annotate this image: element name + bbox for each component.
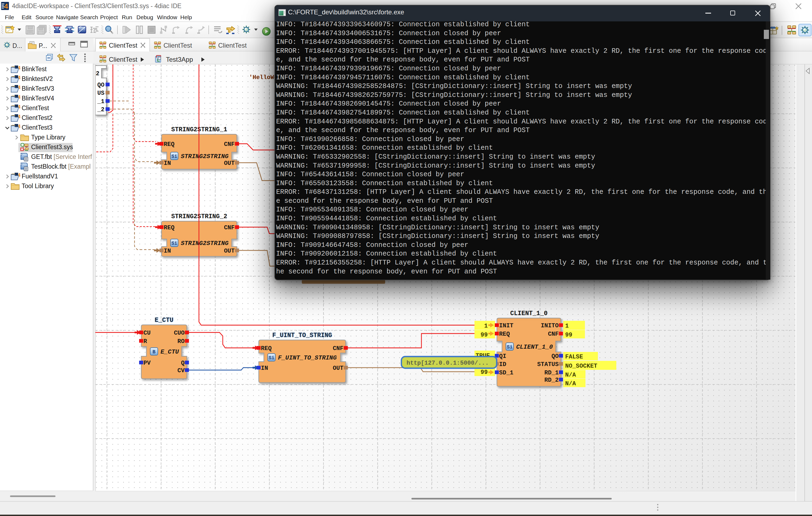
svg-text:R: R [143, 338, 147, 345]
svg-text:Q: Q [181, 360, 184, 367]
svg-text:OUT: OUT [332, 365, 344, 372]
svg-text:CLIENT_1_0: CLIENT_1_0 [516, 344, 553, 351]
svg-text:F_UINT_TO_STRING: F_UINT_TO_STRING [272, 332, 332, 339]
svg-text:1: 1 [484, 323, 488, 329]
svg-text:RD_2: RD_2 [544, 377, 559, 383]
svg-text:CV: CV [178, 367, 185, 374]
svg-text:ID: ID [499, 361, 506, 368]
svg-text:99: 99 [481, 332, 488, 338]
svg-text:4: 4 [4, 2, 8, 10]
svg-text:2: 2 [96, 70, 99, 77]
svg-text:CNF: CNF [332, 345, 344, 352]
svg-text:N/A: N/A [565, 380, 576, 387]
svg-text:OUT: OUT [224, 248, 235, 255]
svg-text:CNF: CNF [548, 331, 559, 338]
svg-text:CNF: CNF [224, 224, 235, 231]
svg-text:CUO: CUO [174, 330, 184, 337]
svg-text:NO_SOCKET: NO_SOCKET [565, 363, 597, 370]
svg-text:E_CTU: E_CTU [154, 317, 173, 324]
svg-text:INITO: INITO [541, 322, 559, 329]
svg-text:INIT: INIT [499, 322, 514, 329]
svg-text:N/A: N/A [565, 372, 576, 378]
svg-text:IN: IN [164, 248, 171, 255]
svg-text:'HelloWo: 'HelloWo [249, 74, 278, 81]
svg-text:Si: Si [171, 154, 177, 159]
svg-text:FALSE: FALSE [565, 353, 583, 360]
svg-text:http[127.0.0.1:5000/...: http[127.0.0.1:5000/... [407, 360, 489, 367]
svg-text:Si: Si [268, 355, 274, 361]
svg-text:CNF: CNF [224, 141, 235, 148]
svg-text:RO: RO [178, 338, 184, 345]
svg-text:B: B [153, 349, 156, 355]
svg-text:E_CTU: E_CTU [161, 348, 179, 355]
svg-text:PV: PV [143, 360, 151, 367]
svg-text:SD_1: SD_1 [499, 370, 514, 376]
svg-text:F_UINT_TO_STRING: F_UINT_TO_STRING [278, 354, 337, 362]
svg-text:US: US [97, 90, 105, 97]
svg-text:1: 1 [565, 323, 569, 329]
svg-text:Si: Si [507, 344, 513, 350]
svg-text:OUT: OUT [224, 160, 235, 167]
svg-text:STATUS: STATUS [537, 361, 559, 368]
svg-text:IN: IN [164, 160, 171, 167]
svg-text:CLIENT_1_0: CLIENT_1_0 [510, 310, 548, 317]
svg-text:QO: QO [552, 353, 559, 360]
svg-text:STRING2STRING: STRING2STRING [181, 240, 229, 247]
svg-text:REQ: REQ [164, 141, 175, 148]
svg-text:CU: CU [143, 330, 150, 337]
svg-text:QO: QO [97, 82, 105, 88]
svg-text:STRING2STRING: STRING2STRING [181, 153, 229, 160]
svg-text:99: 99 [481, 369, 488, 376]
svg-text:_1: _1 [97, 98, 105, 105]
svg-text:99: 99 [565, 332, 572, 338]
svg-text:REQ: REQ [164, 224, 175, 231]
svg-text:_2: _2 [97, 106, 105, 113]
svg-text:REQ: REQ [261, 345, 272, 352]
svg-text:IN: IN [261, 365, 268, 372]
svg-text:REQ: REQ [499, 331, 510, 338]
svg-text:RD_1: RD_1 [544, 370, 559, 376]
svg-text:Si: Si [171, 241, 177, 246]
svg-text:QI: QI [499, 353, 506, 360]
